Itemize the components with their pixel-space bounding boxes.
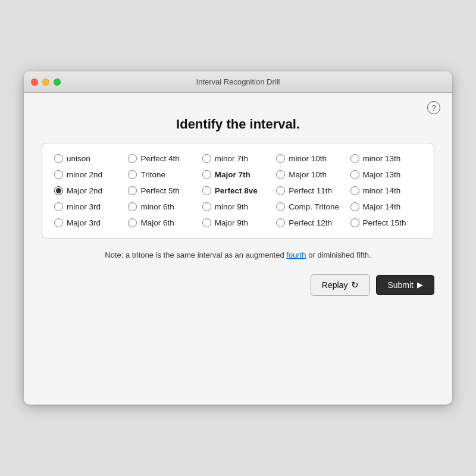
option-label-minor10th: minor 10th bbox=[289, 154, 327, 163]
option-label-major2nd: Major 2nd bbox=[67, 186, 102, 195]
option-major7th[interactable]: Major 7th bbox=[202, 170, 274, 179]
option-label-minor2nd: minor 2nd bbox=[67, 170, 102, 179]
option-major10th[interactable]: Major 10th bbox=[276, 170, 347, 179]
radio-major7th[interactable] bbox=[202, 170, 211, 179]
option-label-major7th: Major 7th bbox=[215, 170, 250, 179]
radio-minor6th[interactable] bbox=[128, 202, 137, 211]
option-major3rd[interactable]: Major 3rd bbox=[54, 218, 126, 227]
option-perfect4th[interactable]: Perfect 4th bbox=[128, 154, 199, 163]
option-label-major14th: Major 14th bbox=[363, 202, 401, 211]
option-minor10th[interactable]: minor 10th bbox=[276, 154, 347, 163]
option-label-perfect11th: Perfect 11th bbox=[289, 186, 332, 195]
radio-major13th[interactable] bbox=[350, 170, 359, 179]
radio-minor7th[interactable] bbox=[202, 154, 211, 163]
option-label-major3rd: Major 3rd bbox=[67, 218, 101, 227]
option-label-perfect8ve: Perfect 8ve bbox=[215, 186, 258, 195]
submit-label: Submit bbox=[387, 280, 414, 290]
submit-icon: ▶ bbox=[417, 280, 423, 289]
radio-minor2nd[interactable] bbox=[54, 170, 63, 179]
replay-label: Replay bbox=[322, 280, 348, 290]
option-label-major9th: Major 9th bbox=[215, 218, 248, 227]
option-label-perfect5th: Perfect 5th bbox=[140, 186, 179, 195]
traffic-lights bbox=[31, 79, 61, 86]
radio-comptritone[interactable] bbox=[276, 202, 285, 211]
radio-major2nd[interactable] bbox=[54, 186, 63, 195]
option-major14th[interactable]: Major 14th bbox=[350, 202, 422, 211]
radio-minor9th[interactable] bbox=[202, 202, 211, 211]
titlebar: Interval Recognition Drill bbox=[24, 71, 452, 93]
option-label-minor14th: minor 14th bbox=[363, 186, 401, 195]
option-perfect15th[interactable]: Perfect 15th bbox=[350, 218, 422, 227]
note-text: Note: a tritone is the same interval as … bbox=[42, 249, 434, 261]
maximize-button[interactable] bbox=[54, 79, 61, 86]
radio-major9th[interactable] bbox=[202, 218, 211, 227]
option-minor14th[interactable]: minor 14th bbox=[350, 186, 422, 195]
option-label-unison: unison bbox=[67, 154, 90, 163]
option-tritone[interactable]: Tritone bbox=[128, 170, 199, 179]
minimize-button[interactable] bbox=[42, 79, 49, 86]
radio-minor3rd[interactable] bbox=[54, 202, 63, 211]
option-minor3rd[interactable]: minor 3rd bbox=[54, 202, 126, 211]
radio-perfect15th[interactable] bbox=[350, 218, 359, 227]
note-link: fourth bbox=[286, 250, 306, 259]
help-icon[interactable]: ? bbox=[427, 101, 440, 114]
note-prefix: Note: a tritone is the same interval as … bbox=[105, 250, 286, 259]
option-major9th[interactable]: Major 9th bbox=[202, 218, 274, 227]
option-label-minor9th: minor 9th bbox=[215, 202, 248, 211]
option-perfect11th[interactable]: Perfect 11th bbox=[276, 186, 347, 195]
option-label-tritone: Tritone bbox=[140, 170, 165, 179]
replay-icon: ↻ bbox=[351, 280, 359, 290]
options-grid: unisonPerfect 4thminor 7thminor 10thmino… bbox=[54, 154, 422, 227]
option-label-major13th: Major 13th bbox=[363, 170, 401, 179]
option-major13th[interactable]: Major 13th bbox=[350, 170, 422, 179]
submit-button[interactable]: Submit ▶ bbox=[376, 275, 434, 295]
option-label-minor7th: minor 7th bbox=[215, 154, 248, 163]
button-row: Replay ↻ Submit ▶ bbox=[42, 274, 434, 296]
radio-minor13th[interactable] bbox=[350, 154, 359, 163]
option-perfect5th[interactable]: Perfect 5th bbox=[128, 186, 199, 195]
radio-perfect8ve[interactable] bbox=[202, 186, 211, 195]
option-label-minor6th: minor 6th bbox=[140, 202, 174, 211]
option-unison[interactable]: unison bbox=[54, 154, 126, 163]
replay-button[interactable]: Replay ↻ bbox=[311, 274, 371, 296]
radio-major14th[interactable] bbox=[350, 202, 359, 211]
radio-minor10th[interactable] bbox=[276, 154, 285, 163]
radio-perfect12th[interactable] bbox=[276, 218, 285, 227]
radio-minor14th[interactable] bbox=[350, 186, 359, 195]
option-minor6th[interactable]: minor 6th bbox=[128, 202, 199, 211]
note-suffix: or diminished fifth. bbox=[306, 250, 371, 259]
option-label-perfect4th: Perfect 4th bbox=[140, 154, 179, 163]
option-major6th[interactable]: Major 6th bbox=[128, 218, 199, 227]
option-label-perfect15th: Perfect 15th bbox=[363, 218, 406, 227]
radio-major6th[interactable] bbox=[128, 218, 137, 227]
option-label-perfect12th: Perfect 12th bbox=[289, 218, 332, 227]
options-box: unisonPerfect 4thminor 7thminor 10thmino… bbox=[42, 143, 434, 239]
close-button[interactable] bbox=[31, 79, 38, 86]
option-label-minor3rd: minor 3rd bbox=[67, 202, 101, 211]
option-minor7th[interactable]: minor 7th bbox=[202, 154, 274, 163]
radio-perfect4th[interactable] bbox=[128, 154, 137, 163]
option-comptritone[interactable]: Comp. Tritone bbox=[276, 202, 347, 211]
option-label-major6th: Major 6th bbox=[140, 218, 174, 227]
radio-unison[interactable] bbox=[54, 154, 63, 163]
option-perfect12th[interactable]: Perfect 12th bbox=[276, 218, 347, 227]
window-content: ? Identify the interval. unisonPerfect 4… bbox=[24, 93, 452, 312]
option-label-comptritone: Comp. Tritone bbox=[289, 202, 339, 211]
option-perfect8ve[interactable]: Perfect 8ve bbox=[202, 186, 274, 195]
window-title: Interval Recognition Drill bbox=[196, 77, 280, 86]
option-label-minor13th: minor 13th bbox=[363, 154, 401, 163]
option-minor9th[interactable]: minor 9th bbox=[202, 202, 274, 211]
radio-perfect5th[interactable] bbox=[128, 186, 137, 195]
radio-tritone[interactable] bbox=[128, 170, 137, 179]
app-window: Interval Recognition Drill ? Identify th… bbox=[24, 71, 452, 405]
radio-major10th[interactable] bbox=[276, 170, 285, 179]
option-label-major10th: Major 10th bbox=[289, 170, 327, 179]
radio-major3rd[interactable] bbox=[54, 218, 63, 227]
option-major2nd[interactable]: Major 2nd bbox=[54, 186, 126, 195]
question-title: Identify the interval. bbox=[42, 117, 434, 132]
option-minor2nd[interactable]: minor 2nd bbox=[54, 170, 126, 179]
option-minor13th[interactable]: minor 13th bbox=[350, 154, 422, 163]
radio-perfect11th[interactable] bbox=[276, 186, 285, 195]
